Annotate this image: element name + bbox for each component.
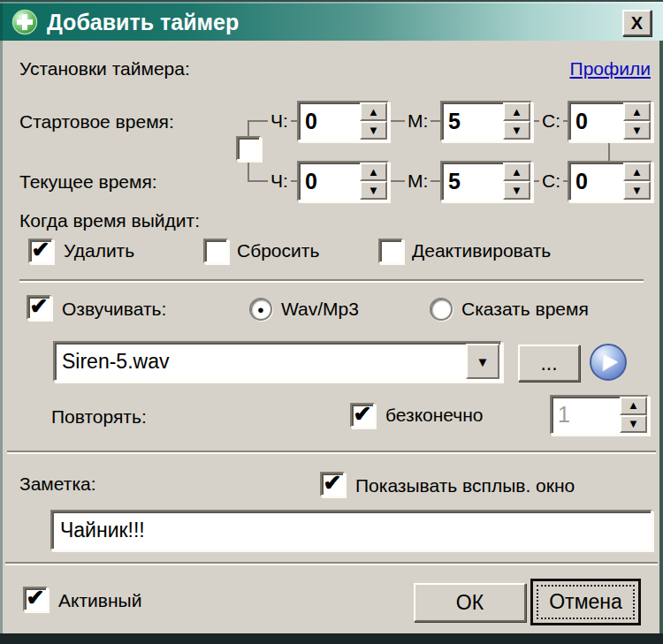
spinner-value: 5	[442, 102, 503, 140]
cancel-label: Отмена	[536, 584, 636, 620]
spin-up-button[interactable]: ▲	[503, 163, 530, 181]
show-popup-checkbox[interactable]: ✔	[320, 472, 345, 496]
infinite-checkbox[interactable]: ✔	[350, 403, 375, 428]
spin-down-button[interactable]: ▼	[623, 181, 651, 200]
cancel-button[interactable]: Отмена	[530, 579, 641, 625]
sound-file-dropdown[interactable]: Siren-5.wav ▼	[53, 341, 502, 382]
up-arrow-icon: ▲	[631, 108, 643, 117]
ok-button[interactable]: ОК	[414, 583, 526, 622]
checkmark-icon: ✔	[27, 588, 45, 606]
minutes-label: М:	[405, 110, 431, 132]
up-arrow-icon: ▲	[628, 401, 639, 410]
wav-mp3-label[interactable]: Wav/Mp3	[281, 299, 359, 320]
up-arrow-icon: ▲	[631, 168, 643, 177]
current-time-label: Текущее время:	[19, 171, 157, 193]
separator	[7, 451, 656, 454]
spin-up-button[interactable]: ▲	[503, 102, 530, 121]
wav-mp3-radio[interactable]: ●	[249, 298, 272, 321]
browse-label: ...	[540, 352, 557, 375]
start-minutes-spinner[interactable]: 5 ▲ ▼	[440, 101, 532, 141]
close-icon: X	[631, 13, 643, 34]
spinner-value: 0	[569, 163, 623, 200]
infinite-label[interactable]: безконечно	[385, 405, 484, 426]
repeat-label: Повторять:	[51, 406, 147, 428]
down-arrow-icon: ▼	[368, 186, 379, 195]
start-hours-spinner[interactable]: 0 ▲ ▼	[297, 101, 389, 141]
down-arrow-icon: ▼	[628, 420, 639, 428]
spinner-value: 0	[299, 163, 360, 200]
current-seconds-spinner[interactable]: 0 ▲ ▼	[568, 161, 652, 201]
spin-up-button[interactable]: ▲	[360, 163, 387, 181]
close-button[interactable]: X	[622, 10, 652, 36]
chevron-down-icon: ▼	[476, 354, 490, 369]
repeat-count-spinner[interactable]: 1 ▲ ▼	[550, 395, 649, 435]
say-time-radio[interactable]	[430, 298, 453, 321]
add-timer-icon	[11, 9, 38, 35]
ok-label: ОК	[456, 591, 484, 615]
spinner-value: 1	[552, 397, 620, 433]
sound-label[interactable]: Озвучивать:	[62, 299, 166, 320]
down-arrow-icon: ▼	[631, 126, 643, 135]
link-line	[248, 162, 249, 182]
spin-down-button[interactable]: ▼	[360, 121, 387, 140]
play-icon	[589, 343, 628, 382]
note-label: Заметка:	[19, 474, 96, 495]
spin-down-button[interactable]: ▼	[623, 121, 651, 140]
current-minutes-spinner[interactable]: 5 ▲ ▼	[440, 161, 532, 201]
link-line	[248, 120, 249, 138]
active-checkbox[interactable]: ✔	[23, 587, 48, 611]
spinner-value: 5	[442, 163, 503, 200]
spinner-value: 0	[299, 102, 360, 140]
say-time-label[interactable]: Сказать время	[461, 299, 589, 320]
checkmark-icon: ✔	[30, 297, 49, 314]
show-popup-label[interactable]: Показывать всплыв. окно	[355, 475, 575, 496]
separator	[19, 279, 644, 283]
reset-checkbox[interactable]	[203, 239, 228, 263]
reset-label[interactable]: Сбросить	[237, 240, 319, 261]
radio-dot-icon: ●	[257, 304, 264, 315]
timer-settings-label: Установки таймера:	[19, 58, 190, 80]
hours-label: Ч:	[268, 110, 291, 132]
start-time-label: Стартовое время:	[19, 111, 174, 133]
spinner-value: 0	[569, 102, 623, 140]
window-title: Добавить таймер	[47, 10, 239, 35]
current-hours-spinner[interactable]: 0 ▲ ▼	[297, 161, 389, 201]
dropdown-button[interactable]: ▼	[466, 344, 499, 379]
up-arrow-icon: ▲	[368, 168, 379, 177]
play-button[interactable]	[589, 343, 628, 382]
spin-down-button[interactable]: ▼	[620, 415, 647, 434]
note-input[interactable]	[50, 510, 652, 550]
hours-label: Ч:	[268, 170, 291, 192]
start-seconds-spinner[interactable]: 0 ▲ ▼	[568, 101, 652, 141]
link-times-checkbox[interactable]	[236, 136, 261, 161]
checkmark-icon: ✔	[32, 240, 50, 258]
seconds-label: С:	[539, 170, 563, 192]
down-arrow-icon: ▼	[511, 186, 522, 195]
down-arrow-icon: ▼	[368, 126, 379, 135]
sound-file-value: Siren-5.wav	[55, 343, 465, 380]
checkmark-icon: ✔	[324, 474, 342, 491]
spin-up-button[interactable]: ▲	[620, 397, 647, 415]
browse-button[interactable]: ...	[518, 345, 580, 382]
down-arrow-icon: ▼	[631, 186, 643, 195]
add-timer-dialog: Добавить таймер X Установки таймера: Про…	[0, 0, 663, 644]
deactivate-label[interactable]: Деактивировать	[412, 240, 551, 261]
spin-up-button[interactable]: ▲	[360, 102, 387, 121]
deactivate-checkbox[interactable]	[378, 239, 403, 263]
sound-checkbox[interactable]: ✔	[27, 295, 51, 320]
delete-label[interactable]: Удалить	[64, 240, 134, 261]
down-arrow-icon: ▼	[511, 126, 522, 135]
spin-up-button[interactable]: ▲	[623, 102, 651, 121]
spin-down-button[interactable]: ▼	[360, 181, 387, 200]
up-arrow-icon: ▲	[511, 168, 522, 177]
delete-checkbox[interactable]: ✔	[28, 239, 53, 263]
profiles-link[interactable]: Профили	[570, 58, 651, 80]
seconds-label: С:	[539, 110, 563, 132]
minutes-label: М:	[405, 170, 431, 192]
spin-down-button[interactable]: ▼	[503, 181, 530, 200]
active-label[interactable]: Активный	[58, 590, 141, 611]
up-arrow-icon: ▲	[511, 108, 522, 117]
spin-up-button[interactable]: ▲	[623, 163, 651, 181]
title-bar[interactable]: Добавить таймер X	[0, 0, 663, 41]
spin-down-button[interactable]: ▼	[503, 121, 530, 140]
